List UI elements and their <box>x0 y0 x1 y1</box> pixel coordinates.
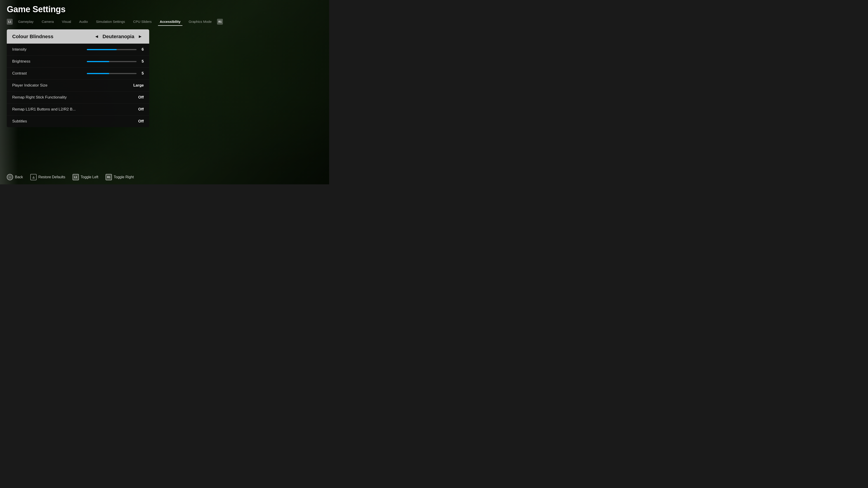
tab-visual[interactable]: Visual <box>58 18 75 25</box>
contrast-slider-container[interactable]: 5 <box>87 71 144 76</box>
toggle-left-label: Toggle Left <box>81 175 98 179</box>
contrast-value: 5 <box>139 71 144 76</box>
tab-audio[interactable]: Audio <box>75 18 92 25</box>
brightness-fill <box>87 61 109 62</box>
remap-right-stick-value: Off <box>138 95 144 100</box>
restore-defaults-icon: △ <box>30 174 37 180</box>
setting-row-remap-l1r1: Remap L1/R1 Buttons and L2/R2 B... Off <box>7 103 149 116</box>
brightness-slider-container[interactable]: 5 <box>87 59 144 64</box>
page-title: Game Settings <box>7 4 322 14</box>
nav-tabs: L1 Gameplay Camera Visual Audio Simulati… <box>7 18 322 25</box>
setting-row-intensity: Intensity 6 <box>7 43 149 56</box>
brightness-track[interactable] <box>87 61 136 62</box>
subtitles-label: Subtitles <box>12 119 27 124</box>
tab-graphics-mode[interactable]: Graphics Mode <box>185 18 216 25</box>
intensity-value: 6 <box>139 47 144 52</box>
contrast-track[interactable] <box>87 73 136 74</box>
r1-badge: R1 <box>217 19 223 25</box>
setting-row-player-indicator-size: Player Indicator Size Large <box>7 79 149 92</box>
tab-cpu-sliders[interactable]: CPU Sliders <box>129 18 156 25</box>
back-label: Back <box>15 175 23 179</box>
bottom-bar: ○ Back △ Restore Defaults L1 Toggle Left… <box>0 170 329 184</box>
toggle-right-button[interactable]: R1 Toggle Right <box>105 174 134 180</box>
contrast-fill <box>87 73 109 74</box>
setting-row-remap-right-stick: Remap Right Stick Functionality Off <box>7 92 149 103</box>
colour-blindness-right-arrow[interactable]: ► <box>136 33 144 39</box>
settings-header: Colour Blindness ◄ Deuteranopia ► <box>7 29 149 43</box>
settings-panel: Colour Blindness ◄ Deuteranopia ► Intens… <box>7 29 149 127</box>
intensity-track[interactable] <box>87 49 136 50</box>
colour-blindness-left-arrow[interactable]: ◄ <box>93 33 100 39</box>
tab-accessibility[interactable]: Accessibility <box>156 18 185 25</box>
back-button[interactable]: ○ Back <box>7 174 23 180</box>
toggle-left-icon: L1 <box>72 174 79 180</box>
l1-badge: L1 <box>7 19 13 25</box>
colour-blindness-control: ◄ Deuteranopia ► <box>93 33 144 39</box>
brightness-label: Brightness <box>12 59 30 64</box>
colour-blindness-label: Colour Blindness <box>12 34 53 39</box>
setting-row-brightness: Brightness 5 <box>7 56 149 68</box>
toggle-right-label: Toggle Right <box>114 175 134 179</box>
setting-row-subtitles: Subtitles Off <box>7 116 149 127</box>
intensity-fill <box>87 49 117 50</box>
toggle-right-icon: R1 <box>105 174 112 180</box>
player-indicator-size-label: Player Indicator Size <box>12 83 48 88</box>
restore-defaults-label: Restore Defaults <box>38 175 65 179</box>
remap-right-stick-label: Remap Right Stick Functionality <box>12 95 67 100</box>
tab-camera[interactable]: Camera <box>37 18 58 25</box>
intensity-label: Intensity <box>12 47 26 52</box>
toggle-left-button[interactable]: L1 Toggle Left <box>72 174 98 180</box>
tab-gameplay[interactable]: Gameplay <box>14 18 37 25</box>
intensity-slider-container[interactable]: 6 <box>87 47 144 52</box>
contrast-label: Contrast <box>12 71 27 76</box>
remap-l1r1-label: Remap L1/R1 Buttons and L2/R2 B... <box>12 107 76 111</box>
restore-defaults-button[interactable]: △ Restore Defaults <box>30 174 65 180</box>
brightness-value: 5 <box>139 59 144 64</box>
colour-blindness-value: Deuteranopia <box>103 34 134 39</box>
player-indicator-size-value: Large <box>133 83 144 88</box>
subtitles-value: Off <box>138 119 144 124</box>
setting-row-contrast: Contrast 5 <box>7 68 149 79</box>
remap-l1r1-value: Off <box>138 107 144 111</box>
tab-simulation-settings[interactable]: Simulation Settings <box>92 18 129 25</box>
main-content: Game Settings L1 Gameplay Camera Visual … <box>0 0 329 184</box>
back-icon: ○ <box>7 174 13 180</box>
